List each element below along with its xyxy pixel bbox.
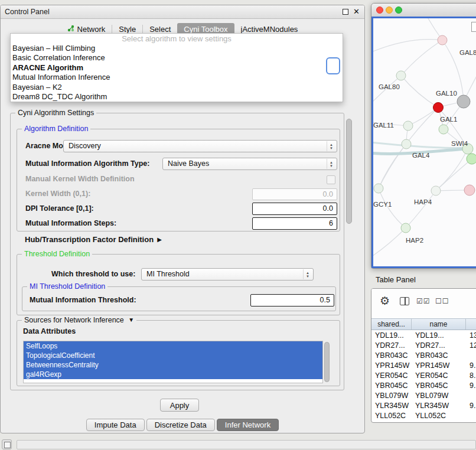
mi-threshold-title: MI Threshold Definition — [27, 282, 107, 291]
data-attributes-list: SelfLoops TopologicalCoefficient Between… — [23, 341, 323, 383]
attribute-item-gal4rgexp[interactable]: gal4RGexp — [24, 370, 322, 379]
mi-steps-input[interactable]: 6 — [252, 217, 337, 230]
horizontal-scrollbar[interactable] — [17, 440, 476, 449]
cell: YLR345W — [412, 401, 466, 411]
cell: 9. — [466, 361, 476, 371]
mi-steps-label: Mutual Information Steps: — [25, 217, 116, 230]
mi-algorithm-type-select[interactable]: Naive Bayes ▲▼ — [162, 158, 337, 170]
table-row[interactable]: YBR043CYBR043C — [371, 351, 476, 361]
table-row[interactable]: YDL19...YDL19...13 — [371, 331, 476, 341]
attributes-scrollbar[interactable] — [324, 342, 330, 382]
float-window-icon[interactable] — [343, 9, 348, 15]
cell: YDR27... — [371, 341, 412, 351]
popup-item-bayesian-k2[interactable]: Bayesian – K2 — [11, 83, 343, 92]
table-row[interactable]: YLR345WYLR345W9. — [371, 401, 476, 411]
algorithm-definition-group: Algorithm Definition Aracne Mode: Discov… — [17, 129, 340, 231]
tab-infer-network[interactable]: Infer Network — [217, 419, 279, 431]
cell: YLL052C — [371, 411, 412, 421]
network-view-window: GAL8GAL80GAL10GAL11GAL1SWI4GAL4GCY1HAP4H… — [371, 3, 476, 269]
popup-item-mutual-information[interactable]: Mutual Information Inference — [11, 73, 343, 82]
network-node[interactable] — [457, 95, 470, 108]
mi-threshold-input[interactable]: 0.5 — [250, 294, 334, 306]
threshold-definition-title: Threshold Definition — [22, 250, 92, 258]
select-all-checkboxes-icon[interactable]: ☑☑ — [416, 297, 431, 305]
which-threshold-select[interactable]: MI Threshold ▲▼ — [141, 268, 314, 281]
cell: YBR043C — [371, 351, 412, 361]
attribute-item-topologicalcoefficient[interactable]: TopologicalCoefficient — [24, 351, 322, 360]
cell — [466, 411, 476, 421]
attribute-item-selfloops[interactable]: SelfLoops — [24, 341, 322, 351]
table-row[interactable]: YER054CYER054C8. — [371, 371, 476, 381]
close-icon[interactable]: ✕ — [353, 5, 360, 18]
tab-impute-data[interactable]: Impute Data — [86, 419, 145, 431]
network-node[interactable] — [467, 154, 476, 164]
network-node[interactable] — [439, 125, 448, 134]
manual-kernel-checkbox[interactable] — [327, 175, 335, 184]
kernel-width-input[interactable]: 0.0 — [252, 188, 337, 200]
network-node[interactable] — [431, 186, 441, 195]
popup-item-dream8[interactable]: Dream8 DC_TDC Algorithm — [11, 92, 343, 102]
network-node[interactable] — [374, 184, 383, 193]
node-label: GAL11 — [373, 122, 394, 129]
tab-discretize-data[interactable]: Discretize Data — [146, 419, 215, 431]
column-header-partial[interactable] — [466, 319, 476, 330]
threshold-definition-group: Threshold Definition Which threshold to … — [17, 254, 340, 315]
cell: 12 — [466, 341, 476, 351]
aracne-mode-value: Discovery — [69, 142, 101, 150]
table-row[interactable]: YBL079WYBL079W — [371, 391, 476, 401]
network-node[interactable] — [403, 121, 413, 131]
table-row[interactable]: YDR27...YDR27...12 — [371, 341, 476, 351]
overview-widget[interactable] — [471, 22, 476, 32]
select-columns-icon[interactable] — [400, 297, 409, 305]
network-node[interactable] — [396, 71, 406, 80]
close-traffic-light-icon[interactable] — [376, 6, 383, 14]
network-node[interactable] — [401, 223, 410, 233]
popup-item-bayesian-hill-climbing[interactable]: Bayesian – Hill Climbing — [11, 44, 343, 53]
dpi-tolerance-input[interactable]: 0.0 — [252, 203, 337, 215]
network-node[interactable] — [433, 103, 444, 113]
panel-grip-icon[interactable] — [2, 439, 12, 449]
column-header-shared-name[interactable]: shared... — [371, 319, 412, 330]
popup-item-basic-correlation[interactable]: Basic Correlation Inference — [11, 53, 343, 63]
node-label: GAL80 — [379, 83, 400, 90]
network-node[interactable] — [464, 185, 475, 195]
expand-right-icon: ▶ — [157, 236, 162, 243]
which-threshold-value: MI Threshold — [146, 270, 190, 278]
minimize-traffic-light-icon[interactable] — [386, 6, 393, 14]
node-label: GAL8 — [459, 49, 476, 56]
gear-icon[interactable]: ⚙ — [380, 294, 390, 308]
cell — [466, 391, 476, 401]
table-row[interactable]: YLL052CYLL052C — [371, 411, 476, 421]
kernel-width-label: Kernel Width (0,1): — [25, 188, 90, 200]
help-button[interactable] — [326, 57, 340, 74]
settings-scrollbar[interactable] — [346, 119, 352, 224]
column-header-name[interactable]: name — [412, 319, 466, 330]
network-canvas[interactable]: GAL8GAL80GAL10GAL11GAL1SWI4GAL4GCY1HAP4H… — [371, 17, 476, 268]
zoom-traffic-light-icon[interactable] — [395, 6, 402, 14]
cell: 13 — [466, 331, 476, 341]
tab-label: Cyni Toolbox — [184, 25, 227, 34]
apply-button[interactable]: Apply — [160, 399, 199, 412]
control-panel-titlebar[interactable]: Control Panel ✕ — [1, 5, 364, 19]
tab-label: jActiveMNodules — [241, 25, 298, 34]
table-row[interactable]: YPR145WYPR145W9. — [371, 361, 476, 371]
table-panel-title: Table Panel — [376, 275, 416, 284]
aracne-mode-select[interactable]: Discovery ▲▼ — [63, 140, 337, 152]
table-row[interactable]: YBR045CYBR045C9. — [371, 381, 476, 391]
table-toolbar: ⚙ ☑☑ ☐☐ — [371, 289, 476, 318]
sources-toggle[interactable]: Sources for Network Inference ▼ — [22, 316, 136, 324]
node-label: GAL1 — [440, 116, 457, 123]
network-node[interactable] — [402, 139, 411, 149]
cell: 9. — [466, 401, 476, 411]
network-window-titlebar[interactable] — [371, 4, 476, 17]
cell: YER054C — [371, 371, 412, 381]
hub-definition-toggle[interactable]: Hub/Transcription Factor Definition▶ — [25, 235, 162, 244]
collapse-down-icon: ▼ — [128, 317, 134, 323]
chevron-updown-icon: ▲▼ — [303, 269, 312, 279]
cell: YPR145W — [371, 361, 412, 371]
deselect-all-checkboxes-icon[interactable]: ☐☐ — [435, 297, 449, 305]
attribute-item-betweennesscentrality[interactable]: BetweennessCentrality — [24, 360, 322, 370]
network-node[interactable] — [438, 35, 447, 45]
data-attributes-label: Data Attributes — [23, 325, 76, 338]
popup-item-aracne[interactable]: ARACNE Algorithm — [11, 63, 343, 73]
